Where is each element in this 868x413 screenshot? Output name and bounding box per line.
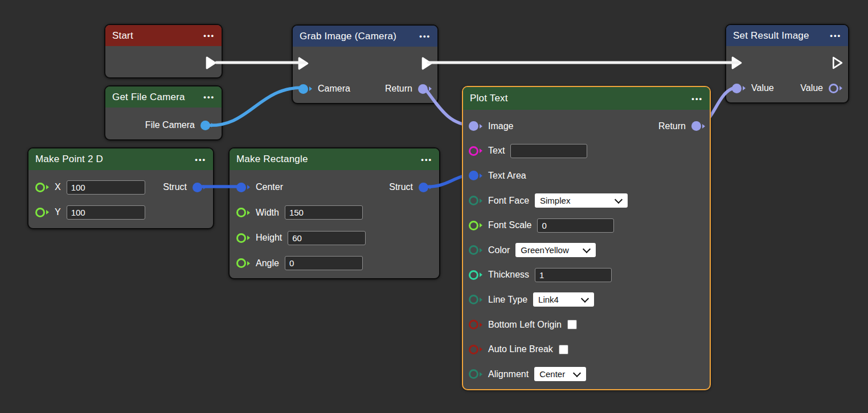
port-circle-icon [35, 183, 45, 192]
exec-out-pin[interactable] [831, 55, 844, 71]
node-menu-icon[interactable]: ••• [691, 94, 703, 103]
node-start[interactable]: Start ••• [104, 24, 223, 79]
port-arrow-icon [247, 236, 250, 240]
start-exec-row [105, 49, 222, 76]
font-face-selected-value: Simplex [540, 196, 570, 205]
angle-input[interactable] [285, 256, 363, 270]
y-input-port[interactable] [35, 208, 49, 217]
bottom-left-origin-label: Bottom Left Origin [488, 320, 562, 330]
make-rect-height-row: Height [230, 225, 439, 251]
port-circle-icon [469, 121, 478, 131]
plot-text-textarea-row: Text Area [463, 163, 710, 188]
set-result-value-output: Value [800, 83, 842, 93]
text-area-input-port[interactable] [469, 171, 482, 180]
text-input-port[interactable] [469, 146, 482, 156]
text-area-label: Text Area [488, 171, 526, 181]
line-type-select[interactable]: Link4 [533, 292, 594, 307]
plot-text-font-face-row: Font Face Simplex [463, 188, 710, 213]
make-rect-center-row: Center Struct [230, 175, 439, 200]
font-face-select[interactable]: Simplex [535, 193, 628, 208]
node-menu-icon[interactable]: ••• [203, 93, 215, 101]
image-input-port[interactable] [469, 121, 482, 131]
node-menu-icon[interactable]: ••• [830, 31, 841, 40]
port-arrow-icon [46, 185, 49, 189]
auto-line-break-checkbox[interactable] [559, 345, 568, 354]
node-menu-icon[interactable]: ••• [203, 31, 215, 40]
node-title: Make Point 2 D [35, 154, 195, 165]
chevron-down-icon [573, 369, 581, 377]
return-output-port[interactable] [691, 121, 705, 131]
chevron-down-icon [583, 245, 591, 253]
alignment-select[interactable]: Center [534, 367, 586, 381]
bottom-left-origin-input-port[interactable] [469, 320, 482, 329]
line-type-input-port[interactable] [469, 295, 482, 304]
node-make-rectangle[interactable]: Make Rectangle ••• Center Struct Width H… [228, 147, 440, 279]
node-make-point-2d[interactable]: Make Point 2 D ••• X Struct Y [27, 147, 214, 229]
port-arrow-icon [247, 261, 250, 266]
node-plot-text[interactable]: Plot Text ••• Image Return Text [462, 86, 711, 390]
font-scale-input[interactable] [537, 218, 614, 233]
width-label: Width [256, 208, 279, 218]
port-arrow-icon [480, 248, 482, 253]
alignment-input-port[interactable] [469, 369, 482, 379]
node-plot-text-header[interactable]: Plot Text ••• [463, 87, 710, 110]
make-rect-width-row: Width [230, 200, 439, 226]
height-input-port[interactable] [236, 233, 250, 243]
node-make-rectangle-header[interactable]: Make Rectangle ••• [230, 148, 439, 170]
color-input-port[interactable] [469, 245, 482, 255]
alignment-label: Alignment [488, 369, 529, 379]
plot-text-thickness-row: Thickness [463, 263, 710, 288]
color-select[interactable]: GreenYellow [515, 243, 596, 257]
node-title: Start [112, 30, 203, 42]
port-circle-icon [236, 233, 246, 243]
node-start-header[interactable]: Start ••• [105, 25, 222, 46]
thickness-label: Thickness [488, 270, 529, 280]
color-label: Color [488, 245, 510, 255]
text-input[interactable] [510, 144, 587, 158]
x-input-port[interactable] [35, 183, 49, 192]
node-menu-icon[interactable]: ••• [421, 155, 432, 164]
value-output-label: Value [800, 83, 823, 93]
port-arrow-icon [840, 86, 842, 90]
plot-text-bottom-left-origin-row: Bottom Left Origin [463, 312, 710, 337]
value-output-port[interactable] [829, 84, 842, 93]
node-get-file-camera-header[interactable]: Get File Camera ••• [105, 86, 222, 108]
width-input[interactable] [285, 205, 363, 220]
port-arrow-icon [309, 86, 312, 91]
line-type-selected-value: Link4 [538, 295, 559, 304]
port-arrow-icon [247, 185, 250, 189]
node-get-file-camera[interactable]: Get File Camera ••• File Camera [104, 85, 223, 141]
line-type-label: Line Type [488, 295, 527, 305]
x-input[interactable] [67, 180, 145, 195]
font-face-input-port[interactable] [469, 196, 482, 205]
auto-line-break-input-port[interactable] [469, 345, 482, 354]
y-input[interactable] [67, 205, 145, 220]
x-label: X [55, 182, 61, 192]
port-arrow-icon [480, 148, 482, 153]
chevron-down-icon [615, 196, 623, 204]
node-grab-image-header[interactable]: Grab Image (Camera) ••• [293, 26, 437, 47]
make-point-y-row: Y [28, 200, 213, 225]
node-grab-image[interactable]: Grab Image (Camera) ••• Camera Return [292, 24, 439, 104]
width-input-port[interactable] [236, 208, 250, 217]
grab-data-row: Camera Return [293, 76, 437, 101]
node-menu-icon[interactable]: ••• [195, 155, 206, 164]
port-arrow-icon [429, 86, 432, 91]
port-circle-icon [469, 320, 478, 329]
set-result-exec-row [726, 49, 848, 76]
node-make-point-header[interactable]: Make Point 2 D ••• [28, 148, 213, 170]
node-title: Grab Image (Camera) [300, 31, 419, 42]
height-input[interactable] [288, 231, 366, 245]
node-menu-icon[interactable]: ••• [419, 32, 431, 40]
font-scale-input-port[interactable] [469, 221, 482, 230]
thickness-input-port[interactable] [469, 270, 482, 280]
node-set-result-image[interactable]: Set Result Image ••• Value Value [725, 24, 849, 104]
port-circle-icon [469, 245, 478, 255]
angle-input-port[interactable] [236, 258, 250, 268]
bottom-left-origin-checkbox[interactable] [567, 320, 577, 329]
make-rect-angle-row: Angle [230, 251, 439, 276]
return-output-label: Return [385, 84, 412, 94]
node-set-result-image-header[interactable]: Set Result Image ••• [726, 25, 848, 46]
thickness-input[interactable] [535, 268, 612, 282]
node-title: Get File Camera [112, 92, 203, 103]
